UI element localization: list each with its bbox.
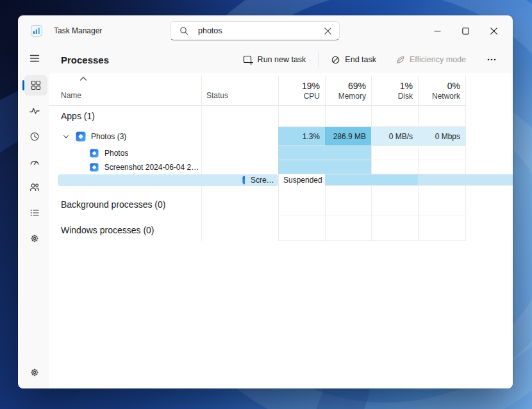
window-title: Task Manager xyxy=(54,15,102,46)
image-file-icon xyxy=(242,176,245,185)
column-header-cpu[interactable]: 19% CPU xyxy=(278,73,325,105)
photos-app-icon xyxy=(76,131,86,142)
settings-button[interactable] xyxy=(23,362,46,383)
run-new-task-icon xyxy=(243,54,253,65)
column-header-status[interactable]: Status xyxy=(201,73,278,105)
process-row-screenshot-1[interactable]: Screenshot 2024-06-04 21… xyxy=(49,160,513,174)
clear-search-button[interactable] xyxy=(320,23,335,38)
performance-icon xyxy=(29,106,40,116)
group-label: Apps (1) xyxy=(61,111,95,121)
group-row-windows-processes[interactable]: Windows processes (0) xyxy=(49,219,513,241)
search-box[interactable] xyxy=(170,21,340,40)
maximize-button[interactable] xyxy=(453,20,478,42)
cpu-value: 1.3% xyxy=(278,127,325,146)
sidebar-item-users[interactable] xyxy=(23,177,46,197)
column-header-network[interactable]: 0% Network xyxy=(418,73,465,105)
sidebar-item-app-history[interactable] xyxy=(23,126,46,147)
sidebar-item-details[interactable] xyxy=(23,203,46,223)
efficiency-mode-button[interactable]: Efficiency mode xyxy=(390,51,472,69)
minimize-button[interactable] xyxy=(424,20,450,42)
group-row-apps[interactable]: Apps (1) xyxy=(49,105,513,127)
status-value: Suspended xyxy=(278,174,325,186)
navigation-menu-button[interactable] xyxy=(23,48,46,69)
process-row-screenshot-2-selected[interactable]: Screenshot 2024-06-04 21… Suspended xyxy=(49,174,513,188)
sidebar-item-startup-apps[interactable] xyxy=(23,152,46,172)
processes-table: Name Status 19% CPU 69% Memory 1% xyxy=(49,73,513,241)
group-label: Windows processes (0) xyxy=(61,225,154,235)
more-options-button[interactable] xyxy=(482,51,501,69)
end-task-button[interactable]: End task xyxy=(325,51,382,69)
column-header-name[interactable]: Name xyxy=(49,73,201,105)
network-value: 0 Mbps xyxy=(418,127,465,146)
titlebar: Task Manager xyxy=(18,15,513,46)
process-name: Photos (3) xyxy=(91,132,126,141)
startup-apps-icon xyxy=(29,157,40,167)
chevron-down-icon[interactable] xyxy=(62,132,71,141)
process-name: Screenshot 2024-06-04 21… xyxy=(251,176,278,185)
close-button[interactable] xyxy=(481,20,506,42)
end-task-label: End task xyxy=(345,55,376,64)
app-history-icon xyxy=(29,131,40,142)
users-icon xyxy=(29,182,40,192)
toolbar-actions: Run new task End task Efficien xyxy=(237,46,501,73)
processes-icon xyxy=(31,80,41,90)
window-controls xyxy=(424,20,506,42)
services-icon xyxy=(29,233,40,244)
page-title: Processes xyxy=(61,46,109,73)
more-icon xyxy=(486,54,497,65)
end-task-icon xyxy=(331,55,340,65)
details-icon xyxy=(29,208,40,218)
image-file-icon xyxy=(90,163,99,172)
leaf-icon xyxy=(395,55,405,65)
sort-ascending-icon xyxy=(79,76,87,81)
column-header-memory[interactable]: 69% Memory xyxy=(325,73,371,105)
group-row-background-processes[interactable]: Background processes (0) xyxy=(49,194,513,215)
run-new-task-button[interactable]: Run new task xyxy=(237,51,312,69)
desktop: Task Manager xyxy=(0,0,532,409)
sidebar-item-services[interactable] xyxy=(23,228,46,249)
task-manager-window: Task Manager xyxy=(18,15,513,388)
sidebar-item-processes[interactable] xyxy=(24,75,47,96)
search-icon xyxy=(179,26,188,35)
group-label: Background processes (0) xyxy=(61,199,165,210)
table-header: Name Status 19% CPU 69% Memory 1% xyxy=(49,73,513,105)
process-name: Photos xyxy=(104,149,128,158)
column-header-disk[interactable]: 1% Disk xyxy=(371,73,418,105)
process-name: Screenshot 2024-06-04 21… xyxy=(104,163,201,172)
process-row-photos-child[interactable]: Photos xyxy=(49,146,513,160)
disk-value: 0 MB/s xyxy=(371,127,418,146)
sidebar-item-performance[interactable] xyxy=(23,101,46,121)
efficiency-mode-label: Efficiency mode xyxy=(410,55,466,64)
photos-app-icon xyxy=(90,149,99,158)
toolbar-divider xyxy=(318,52,319,67)
task-manager-app-icon xyxy=(31,25,42,37)
navigation-rail xyxy=(18,46,49,388)
run-new-task-label: Run new task xyxy=(258,55,306,64)
search-input[interactable] xyxy=(197,26,320,36)
processes-panel: Name Status 19% CPU 69% Memory 1% xyxy=(49,73,513,388)
process-row-photos-group[interactable]: Photos (3) 1.3% 286.9 MB 0 MB/s 0 Mbps xyxy=(49,127,513,146)
memory-value: 286.9 MB xyxy=(325,127,371,146)
settings-icon xyxy=(29,367,40,378)
